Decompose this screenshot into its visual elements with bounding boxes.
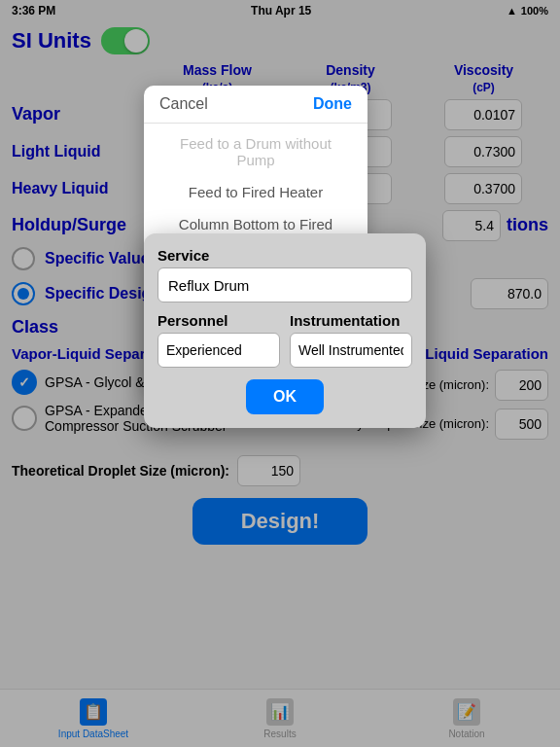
instrumentation-col: Instrumentation Well Instrumented Poorly… [290, 312, 412, 368]
picker-header: Cancel Done [144, 86, 368, 124]
picker-item-0[interactable]: Feed to a Drum without Pump [144, 127, 368, 176]
modal-ok-button[interactable]: OK [246, 379, 324, 414]
picker-done-button[interactable]: Done [313, 95, 352, 113]
personnel-col: Personnel Experienced Inexperienced [158, 312, 280, 368]
personnel-label: Personnel [158, 312, 280, 329]
service-input[interactable] [158, 267, 412, 302]
instrumentation-label: Instrumentation [290, 312, 412, 329]
modal-personnel-instrumentation-row: Personnel Experienced Inexperienced Inst… [158, 312, 412, 368]
modal-dialog: Service Personnel Experienced Inexperien… [144, 233, 426, 428]
picker-cancel-button[interactable]: Cancel [159, 95, 208, 113]
picker-item-1[interactable]: Feed to Fired Heater [144, 176, 368, 208]
personnel-select[interactable]: Experienced Inexperienced [158, 333, 280, 368]
instrumentation-select[interactable]: Well Instrumented Poorly Instrumented [290, 333, 412, 368]
service-label: Service [158, 247, 412, 264]
